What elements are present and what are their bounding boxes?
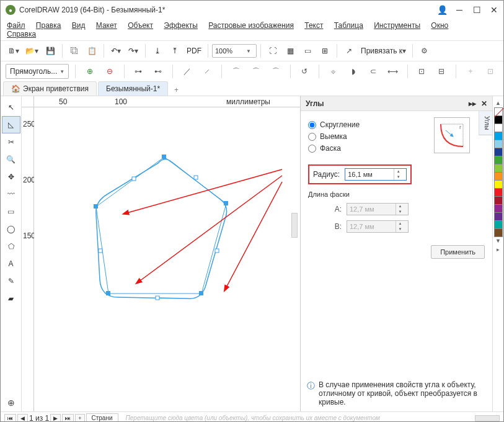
shape-tool-combo[interactable]: Прямоуголь... ▼ xyxy=(6,64,69,79)
copy-button[interactable]: ⿻ xyxy=(66,43,82,59)
undo-button[interactable]: ↶▾ xyxy=(108,43,124,59)
menu-table[interactable]: Таблица xyxy=(334,21,363,30)
menu-effects[interactable]: Эффекты xyxy=(164,21,198,30)
cusp-button[interactable]: ⌒ xyxy=(228,63,244,79)
to-curve-button[interactable]: ⟋ xyxy=(199,63,215,79)
chamfer-radio[interactable] xyxy=(308,145,316,153)
shape-tool[interactable]: ◺ xyxy=(2,116,20,133)
scrollbar-h[interactable] xyxy=(475,415,500,421)
pick-tool[interactable]: ↖ xyxy=(2,99,20,116)
tab-document[interactable]: Безымянный-1* xyxy=(98,81,168,96)
reverse-button[interactable]: ↺ xyxy=(296,63,312,79)
swatch[interactable] xyxy=(494,228,503,237)
elastic-button[interactable]: + xyxy=(462,63,479,79)
palette-down-icon[interactable]: ▼ xyxy=(495,238,501,244)
menu-layout[interactable]: Макет xyxy=(96,21,117,30)
quick-custom-button[interactable]: ⊕ xyxy=(2,394,20,411)
swatch[interactable] xyxy=(494,196,503,205)
ellipse-tool[interactable]: ◯ xyxy=(2,220,20,238)
palette-menu-icon[interactable]: ▸ xyxy=(497,246,500,253)
maximize-button[interactable]: ☐ xyxy=(472,6,481,14)
zoom-tool[interactable]: 🔍 xyxy=(2,151,20,168)
align-nodes-button[interactable]: ⊡ xyxy=(413,63,430,79)
join-nodes-button[interactable]: ⊶ xyxy=(130,63,146,79)
fillet-radio[interactable] xyxy=(308,121,316,129)
fullscreen-button[interactable]: ⛶ xyxy=(265,43,281,59)
page-add[interactable]: + xyxy=(75,414,84,423)
swatch[interactable] xyxy=(494,164,503,173)
polygon-tool[interactable]: ⬠ xyxy=(2,238,20,255)
zoom-combo[interactable]: ▼ xyxy=(212,44,257,58)
chevron-down-icon[interactable]: ▼ xyxy=(60,69,64,74)
rulers-button[interactable]: ▭ xyxy=(299,43,316,59)
docker-close-icon[interactable]: ✕ xyxy=(481,99,487,108)
menu-view[interactable]: Вид xyxy=(72,21,86,30)
swatch[interactable] xyxy=(494,156,503,164)
menu-tools[interactable]: Инструменты xyxy=(374,21,420,30)
scallop-radio[interactable] xyxy=(308,133,316,141)
menu-edit[interactable]: Правка xyxy=(36,21,61,30)
swatch[interactable] xyxy=(494,212,503,221)
launch-button[interactable]: ↗ xyxy=(341,43,357,59)
ruler-vertical[interactable]: 250 200 150 xyxy=(22,107,34,411)
redo-button[interactable]: ↷▾ xyxy=(125,43,141,59)
minimize-button[interactable]: ─ xyxy=(455,6,464,14)
swatch[interactable] xyxy=(494,172,503,181)
swatch[interactable] xyxy=(494,123,503,132)
swatch[interactable] xyxy=(494,140,503,148)
canvas[interactable]: 50 100 миллиметры 250 200 150 xyxy=(22,96,300,411)
snap-button[interactable]: Привязать к ▾ xyxy=(358,43,409,59)
smooth-button[interactable]: ⌒ xyxy=(248,63,264,79)
delete-node-button[interactable]: ⊖ xyxy=(102,63,118,79)
extract-button[interactable]: ◗ xyxy=(345,63,361,79)
menu-help[interactable]: Справка xyxy=(7,30,36,38)
menu-bitmaps[interactable]: Растровые изображения xyxy=(208,21,294,30)
page-first[interactable]: ⏮ xyxy=(4,414,16,423)
radius-input[interactable] xyxy=(345,169,394,179)
swatch-none[interactable] xyxy=(494,107,503,116)
account-icon[interactable]: 👤 xyxy=(438,6,446,14)
menu-text[interactable]: Текст xyxy=(304,21,323,30)
scrollbar-v[interactable] xyxy=(291,213,298,238)
palette-up-icon[interactable]: ▲ xyxy=(495,100,501,106)
stretch-button[interactable]: ⟷ xyxy=(385,63,401,79)
import-button[interactable]: ⤓ xyxy=(149,43,166,59)
extend-button[interactable]: ⟐ xyxy=(325,63,342,79)
ruler-origin[interactable] xyxy=(22,96,34,107)
crop-tool[interactable]: ✂ xyxy=(2,133,20,151)
menu-window[interactable]: Окно xyxy=(431,21,448,30)
dropper-tool[interactable]: ✎ xyxy=(2,272,20,290)
close-curve-button[interactable]: ⊂ xyxy=(365,63,381,79)
docker-collapse-icon[interactable]: ▸▸ xyxy=(469,99,476,108)
page-last[interactable]: ⏭ xyxy=(62,414,74,423)
spin-down[interactable]: ▼ xyxy=(394,174,402,180)
open-button[interactable]: 📂▾ xyxy=(23,43,41,59)
new-button[interactable]: 🗎▾ xyxy=(6,43,22,59)
text-tool[interactable]: A xyxy=(2,255,20,272)
menu-object[interactable]: Объект xyxy=(128,21,153,30)
swatch[interactable] xyxy=(494,220,503,229)
symmetric-button[interactable]: ⌒ xyxy=(268,63,284,79)
add-tab-button[interactable]: + xyxy=(169,84,183,96)
docker-tab-corners[interactable]: Углы xyxy=(479,111,492,135)
export-button[interactable]: ⤒ xyxy=(167,43,183,59)
pan-tool[interactable]: ✥ xyxy=(2,168,20,186)
reflect-h-button[interactable]: ⊟ xyxy=(433,63,449,79)
to-line-button[interactable]: ／ xyxy=(179,63,195,79)
rectangle-tool[interactable]: ▭ xyxy=(2,203,20,220)
break-node-button[interactable]: ⊷ xyxy=(150,63,166,79)
apply-button[interactable]: Применить xyxy=(431,245,485,259)
menu-file[interactable]: Файл xyxy=(7,21,25,30)
pdf-button[interactable]: PDF xyxy=(184,43,204,59)
swatch[interactable] xyxy=(494,188,503,197)
swatch[interactable] xyxy=(494,204,503,213)
close-button[interactable]: ✕ xyxy=(490,6,498,14)
tab-welcome[interactable]: 🏠Экран приветствия xyxy=(3,81,97,96)
grid-button[interactable]: ▦ xyxy=(282,43,298,59)
spin-up[interactable]: ▲ xyxy=(394,169,402,174)
paste-button[interactable]: 📋 xyxy=(84,43,100,59)
zoom-input[interactable] xyxy=(213,46,244,56)
swatch[interactable] xyxy=(494,132,503,140)
fill-tool[interactable]: ▰ xyxy=(2,290,20,307)
guides-button[interactable]: ⊞ xyxy=(317,43,333,59)
